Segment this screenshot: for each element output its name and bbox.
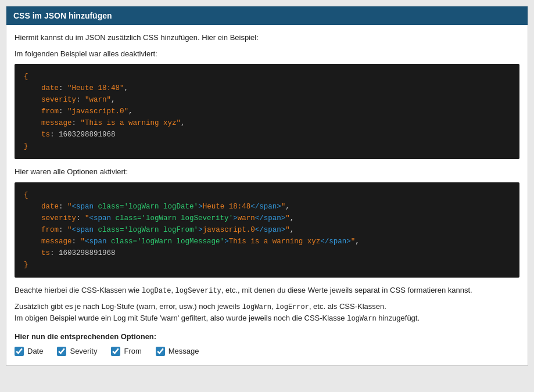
main-panel: CSS im JSON hinzufügen Hiermit kannst du… — [6, 6, 528, 366]
checkbox-date[interactable]: Date — [15, 347, 43, 356]
options-title: Hier nun die entsprechenden Optionen: — [15, 332, 519, 341]
checkbox-severity[interactable]: Severity — [57, 347, 97, 356]
checkbox-from-input[interactable] — [111, 347, 120, 356]
checkbox-date-label: Date — [27, 347, 43, 355]
panel-title: CSS im JSON hinzufügen — [13, 11, 112, 20]
intro-text-2: Im folgenden Beispiel war alles deaktivi… — [15, 48, 519, 60]
checkbox-message-input[interactable] — [156, 347, 165, 356]
checkboxes-row: Date Severity From Message — [15, 347, 519, 356]
code-block-1: { date: "Heute 18:48", severity: "warn",… — [15, 64, 519, 159]
after-block1-text: Hier waren alle Optionen aktiviert: — [15, 166, 519, 178]
options-section: Hier nun die entsprechenden Optionen: Da… — [15, 332, 519, 356]
checkbox-from[interactable]: From — [111, 347, 141, 356]
checkbox-severity-input[interactable] — [57, 347, 66, 356]
intro-text-1: Hiermit kannst du im JSON zusätzlich CSS… — [15, 32, 519, 44]
panel-header: CSS im JSON hinzufügen — [6, 6, 528, 25]
checkbox-from-label: From — [124, 347, 141, 355]
checkbox-severity-label: Severity — [70, 347, 97, 355]
checkbox-message[interactable]: Message — [156, 347, 199, 356]
note-text-1: Beachte hierbei die CSS-Klassen wie logD… — [15, 285, 519, 296]
checkbox-message-label: Message — [169, 347, 199, 355]
checkbox-date-input[interactable] — [15, 347, 24, 356]
code-block-2: { date: "<span class='logWarn logDate'>H… — [15, 182, 519, 278]
panel-body: Hiermit kannst du im JSON zusätzlich CSS… — [6, 25, 528, 365]
note-text-2: Zusätzlich gibt es je nach Log-Stufe (wa… — [15, 301, 519, 324]
